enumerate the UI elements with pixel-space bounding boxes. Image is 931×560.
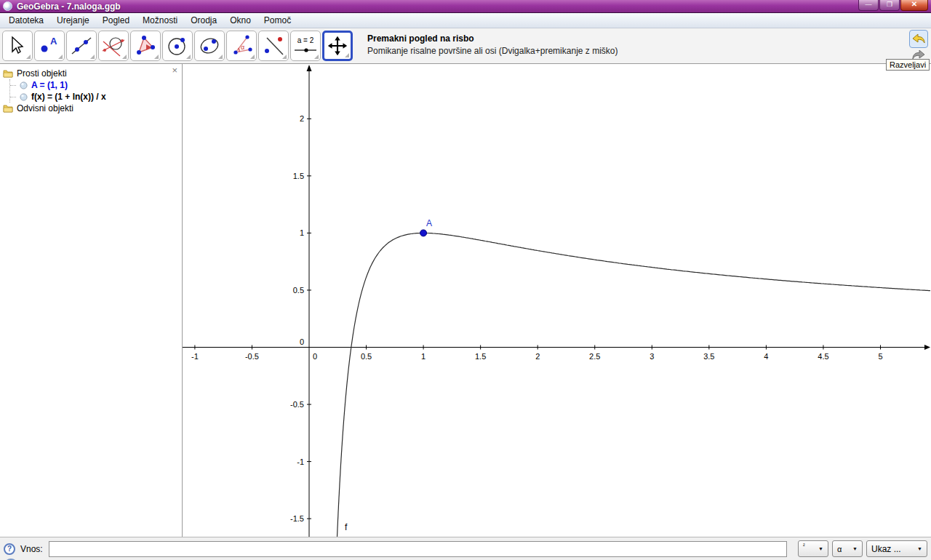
svg-text:1: 1 <box>421 352 425 361</box>
object-row-f[interactable]: f(x) = (1 + ln(x)) / x <box>10 91 182 103</box>
svg-text:2: 2 <box>535 352 540 361</box>
perpendicular-line-tool[interactable] <box>258 31 289 61</box>
tool-status-title: Premakni pogled na risbo <box>367 33 618 44</box>
slider-tool[interactable]: a = 2 <box>290 31 321 61</box>
commands-dropdown[interactable]: Ukaz ... ▼ <box>866 540 927 557</box>
svg-text:3: 3 <box>650 352 654 361</box>
special-lines-tool[interactable] <box>98 31 129 61</box>
commands-dropdown-value: Ukaz ... <box>871 544 901 554</box>
svg-text:A: A <box>426 218 432 228</box>
menu-bar: Datoteka Urejanje Pogled Možnosti Orodja… <box>0 13 931 28</box>
folder-icon <box>3 104 13 113</box>
svg-text:3.5: 3.5 <box>703 352 714 361</box>
angle-tool[interactable]: α <box>226 31 257 61</box>
svg-text:0.5: 0.5 <box>293 286 304 295</box>
chevron-down-icon: ▼ <box>846 546 858 551</box>
function-plot[interactable]: -1-0.50.511.522.533.544.5521.510.5-0.5-1… <box>183 64 931 537</box>
angle-icon: α <box>229 33 254 58</box>
slider-icon-label: a = 2 <box>297 36 314 44</box>
polygon-tool[interactable] <box>130 31 161 61</box>
minimize-button[interactable]: — <box>858 0 879 11</box>
free-objects-group[interactable]: Prosti objekti <box>3 68 182 79</box>
svg-text:0: 0 <box>313 352 317 361</box>
svg-text:-1: -1 <box>191 352 199 361</box>
close-button[interactable]: ✕ <box>900 0 928 11</box>
object-row-A[interactable]: A = (1, 1) <box>10 79 182 91</box>
chevron-down-icon: ▼ <box>812 546 823 551</box>
chevron-down-icon: ▼ <box>911 546 922 551</box>
new-point-icon: A <box>37 33 62 58</box>
menu-pomoc[interactable]: Pomoč <box>257 14 297 27</box>
undo-button[interactable] <box>909 30 928 48</box>
undo-icon <box>911 33 926 46</box>
menu-okno[interactable]: Okno <box>223 14 257 27</box>
undo-tooltip: Razveljavi <box>886 59 930 71</box>
svg-text:-0.5: -0.5 <box>290 400 304 409</box>
object-f-definition: f(x) = (1 + ln(x)) / x <box>31 92 106 102</box>
svg-text:-1.5: -1.5 <box>290 514 304 523</box>
object-marble-icon[interactable] <box>20 81 28 89</box>
circle-tool[interactable] <box>162 31 193 61</box>
menu-orodja[interactable]: Orodja <box>184 14 223 27</box>
math-symbols-dropdown-value: ² <box>803 541 805 549</box>
free-objects-label: Prosti objekti <box>17 68 67 79</box>
greek-letters-dropdown-value: α <box>837 545 842 553</box>
point-tool[interactable]: A <box>34 31 65 61</box>
line-tool[interactable] <box>66 31 97 61</box>
window-title: GeoGebra - 7.naloga.ggb <box>17 1 121 12</box>
geogebra-window: GeoGebra - 7.naloga.ggb — ❐ ✕ Datoteka U… <box>0 0 931 560</box>
cursor-arrow-icon <box>5 33 30 58</box>
window-controls: — ❐ ✕ <box>858 0 928 11</box>
svg-text:-0.5: -0.5 <box>245 352 259 361</box>
conic-tool[interactable] <box>194 31 225 61</box>
svg-text:4: 4 <box>764 352 768 361</box>
geogebra-logo-icon <box>3 1 12 11</box>
toolbar: A <box>0 28 931 64</box>
svg-text:A: A <box>50 36 57 47</box>
folder-icon <box>3 69 13 78</box>
move-graphics-view-tool[interactable] <box>322 31 353 61</box>
svg-text:4.5: 4.5 <box>818 352 828 361</box>
dependent-objects-group[interactable]: Odvisni objekti <box>3 103 182 114</box>
svg-text:2: 2 <box>300 114 304 123</box>
command-input[interactable] <box>49 541 787 557</box>
line-through-points-icon <box>69 33 94 58</box>
polygon-icon <box>133 33 158 58</box>
svg-text:-1: -1 <box>297 457 304 466</box>
svg-text:2.5: 2.5 <box>589 352 600 361</box>
restore-button[interactable]: ❐ <box>879 0 900 11</box>
main-content: × Prosti objekti A = (1, 1) <box>0 64 931 537</box>
tool-status: Premakni pogled na risbo Pomikanje risal… <box>367 31 618 56</box>
svg-text:f: f <box>345 522 348 532</box>
move-view-icon <box>326 34 349 57</box>
menu-moznosti[interactable]: Možnosti <box>136 14 184 27</box>
special-lines-icon <box>101 33 126 58</box>
dependent-objects-label: Odvisni objekti <box>17 103 73 113</box>
input-bar: ? Vnos: ² ▼ α ▼ Ukaz ... ▼ <box>0 537 931 560</box>
svg-text:5: 5 <box>878 352 882 361</box>
menu-datoteka[interactable]: Datoteka <box>2 14 50 27</box>
tool-status-subtitle: Pomikanje risalne površine ali osi (Dvig… <box>367 46 618 56</box>
graphics-view[interactable]: -1-0.50.511.522.533.544.5521.510.5-0.5-1… <box>183 64 931 537</box>
circle-center-point-icon <box>165 33 190 58</box>
free-objects-items: A = (1, 1) f(x) = (1 + ln(x)) / x <box>9 79 182 103</box>
svg-text:α: α <box>241 44 244 51</box>
menu-urejanje[interactable]: Urejanje <box>50 14 96 27</box>
object-A-definition: A = (1, 1) <box>31 80 68 90</box>
slider-icon: a = 2 <box>292 33 319 58</box>
greek-letters-dropdown[interactable]: α ▼ <box>832 540 863 557</box>
menu-pogled[interactable]: Pogled <box>96 14 136 27</box>
input-help-icon[interactable]: ? <box>4 543 15 555</box>
svg-text:1: 1 <box>300 228 304 237</box>
math-symbols-dropdown[interactable]: ² ▼ <box>798 540 828 557</box>
svg-text:1.5: 1.5 <box>475 352 486 361</box>
algebra-close-icon[interactable]: × <box>172 66 177 74</box>
algebra-view: × Prosti objekti A = (1, 1) <box>0 64 183 537</box>
input-label: Vnos: <box>20 544 43 554</box>
object-marble-icon[interactable] <box>20 93 28 101</box>
ellipse-icon <box>197 33 222 58</box>
title-bar: GeoGebra - 7.naloga.ggb — ❐ ✕ <box>0 0 931 13</box>
move-tool[interactable] <box>2 31 33 61</box>
svg-text:1.5: 1.5 <box>293 172 304 180</box>
svg-text:0: 0 <box>300 337 304 346</box>
